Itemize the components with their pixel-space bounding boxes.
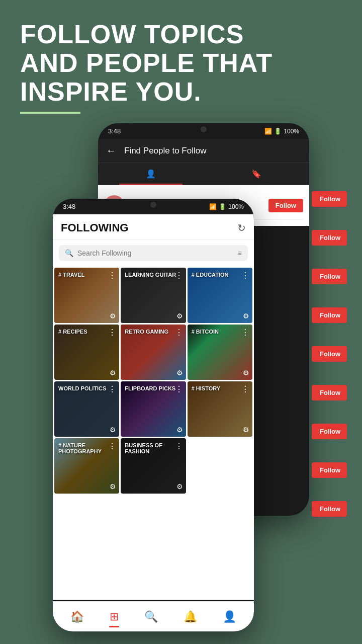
follow-button-9[interactable]: Follow: [312, 501, 347, 517]
search-nav-icon: 🔍: [144, 610, 158, 623]
back-phone-time: 3:48: [108, 127, 121, 135]
follow-button-7[interactable]: Follow: [312, 424, 347, 439]
topic-menu-worldpolitics[interactable]: ⋮: [108, 384, 116, 394]
profile-icon: 👤: [223, 610, 236, 623]
front-phone: 3:48 📶 🔋 100% FOLLOWING ↻ 🔍 ≡ # TRAVEL ⋮…: [53, 199, 254, 631]
back-arrow-icon[interactable]: ←: [106, 145, 116, 156]
follow-button-5[interactable]: Follow: [312, 346, 347, 362]
back-phone-status-icons: 📶 🔋 100%: [264, 128, 299, 135]
topic-card-travel[interactable]: # TRAVEL ⋮ ⚙: [54, 268, 119, 323]
follow-button-6[interactable]: Follow: [312, 385, 347, 400]
back-phone-title: Find People to Follow: [124, 146, 206, 156]
topic-card-retrogaming[interactable]: RETRO GAMING ⋮ ⚙: [121, 325, 186, 380]
nav-home[interactable]: 🏠: [70, 610, 84, 623]
hero-section: FOLLOW TOPICS AND PEOPLE THAT INSPIRE YO…: [20, 20, 342, 114]
topic-grid: # TRAVEL ⋮ ⚙ LEARNING GUITAR ⋮ ⚙ # EDUCA…: [53, 266, 254, 495]
tab-people[interactable]: 👤: [98, 163, 204, 185]
nav-search[interactable]: 🔍: [144, 610, 158, 623]
search-icon: 🔍: [65, 249, 73, 257]
nav-profile[interactable]: 👤: [223, 610, 236, 623]
search-bar: 🔍 ≡: [59, 245, 248, 261]
topic-card-history[interactable]: # HISTORY ⋮ ⚙: [188, 381, 252, 437]
follow-button-back[interactable]: Follow: [268, 199, 303, 212]
bottom-nav: 🏠 ⊞ 🔍 🔔 👤: [53, 601, 254, 631]
topic-card-fashion[interactable]: BUSINESS OF FASHION ⋮ ⚙: [121, 438, 186, 494]
topic-settings-retrogaming[interactable]: ⚙: [176, 369, 183, 377]
topic-label-guitar: LEARNING GUITAR: [125, 272, 176, 278]
following-title: FOLLOWING: [61, 221, 128, 234]
topic-card-bitcoin[interactable]: # BITCOIN ⋮ ⚙: [188, 325, 252, 380]
topic-menu-retrogaming[interactable]: ⋮: [175, 328, 183, 337]
back-phone-top-bar: ← Find People to Follow: [98, 139, 309, 163]
back-phone-tab-bar: 👤 🔖: [98, 163, 309, 185]
grid-icon: ⊞: [110, 610, 119, 623]
topic-card-education[interactable]: # EDUCATION ⋮ ⚙: [188, 268, 252, 323]
topic-settings-bitcoin[interactable]: ⚙: [243, 369, 249, 377]
front-phone-screen: FOLLOWING ↻ 🔍 ≡ # TRAVEL ⋮ ⚙ LEARNING GU…: [53, 214, 254, 600]
topic-settings-history[interactable]: ⚙: [243, 426, 249, 434]
topic-settings-worldpolitics[interactable]: ⚙: [110, 426, 116, 434]
topic-label-education: # EDUCATION: [192, 272, 229, 278]
hero-underline: [20, 112, 80, 114]
topic-card-flipboard[interactable]: FLIPBOARD PICKS ⋮ ⚙: [121, 381, 186, 437]
filter-icon[interactable]: ≡: [238, 249, 242, 257]
topic-label-recipes: # RECIPES: [58, 329, 87, 335]
topic-label-worldpolitics: WORLD POLITICS: [58, 385, 106, 391]
topic-menu-history[interactable]: ⋮: [241, 384, 249, 394]
front-phone-time: 3:48: [63, 203, 75, 210]
topic-card-nature[interactable]: # NATURE PHOTOGRAPHY ⋮ ⚙: [54, 438, 119, 494]
topic-label-travel: # TRAVEL: [58, 272, 84, 278]
nav-notifications[interactable]: 🔔: [184, 610, 197, 623]
front-camera-notch: [150, 202, 156, 208]
topic-label-retrogaming: RETRO GAMING: [125, 329, 168, 335]
search-input[interactable]: [77, 249, 238, 257]
topic-label-bitcoin: # BITCOIN: [192, 329, 219, 335]
topic-menu-flipboard[interactable]: ⋮: [175, 384, 183, 394]
topic-settings-recipes[interactable]: ⚙: [110, 369, 116, 377]
topic-settings-guitar[interactable]: ⚙: [176, 312, 183, 320]
nav-grid[interactable]: ⊞: [110, 610, 119, 623]
follow-button-1[interactable]: Follow: [312, 191, 347, 207]
topic-menu-fashion[interactable]: ⋮: [175, 441, 183, 451]
follow-button-3[interactable]: Follow: [312, 269, 347, 284]
refresh-icon[interactable]: ↻: [237, 222, 246, 234]
topic-card-recipes[interactable]: # RECIPES ⋮ ⚙: [54, 325, 119, 380]
topic-settings-flipboard[interactable]: ⚙: [176, 426, 183, 434]
bell-icon: 🔔: [184, 610, 197, 623]
following-header: FOLLOWING ↻: [53, 214, 254, 240]
topic-settings-fashion[interactable]: ⚙: [176, 482, 183, 491]
topic-settings-education[interactable]: ⚙: [243, 312, 249, 320]
follow-button-4[interactable]: Follow: [312, 307, 347, 323]
topic-menu-recipes[interactable]: ⋮: [108, 328, 116, 337]
topic-menu-guitar[interactable]: ⋮: [175, 271, 183, 280]
camera-notch: [201, 126, 207, 132]
follow-buttons-panel: Follow Follow Follow Follow Follow Follo…: [312, 191, 347, 517]
follow-button-2[interactable]: Follow: [312, 230, 347, 246]
home-icon: 🏠: [70, 610, 84, 623]
front-phone-status-icons: 📶 🔋 100%: [209, 203, 244, 210]
topic-settings-travel[interactable]: ⚙: [110, 312, 116, 320]
topic-menu-education[interactable]: ⋮: [241, 271, 249, 280]
topic-card-guitar[interactable]: LEARNING GUITAR ⋮ ⚙: [121, 268, 186, 323]
topic-menu-nature[interactable]: ⋮: [108, 441, 116, 451]
topic-menu-bitcoin[interactable]: ⋮: [241, 328, 249, 337]
topic-label-history: # HISTORY: [192, 385, 220, 391]
topic-settings-nature[interactable]: ⚙: [110, 482, 116, 491]
topic-label-flipboard: FLIPBOARD PICKS: [125, 385, 175, 391]
tab-topics[interactable]: 🔖: [204, 163, 309, 185]
topic-menu-travel[interactable]: ⋮: [108, 271, 116, 280]
hero-title: FOLLOW TOPICS AND PEOPLE THAT INSPIRE YO…: [20, 20, 342, 107]
follow-button-8[interactable]: Follow: [312, 462, 347, 478]
topic-card-worldpolitics[interactable]: WORLD POLITICS ⋮ ⚙: [54, 381, 119, 437]
